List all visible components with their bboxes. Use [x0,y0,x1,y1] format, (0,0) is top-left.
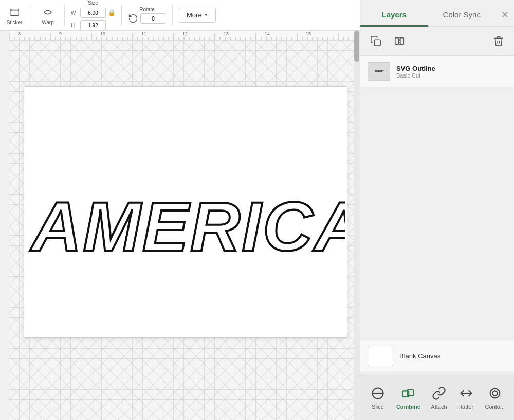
layer-thumb-text: AMERIC [374,70,383,73]
american-text: AMERICAN [30,188,345,265]
panel-toolbar [360,27,514,56]
panel-tabs: Layers Color Sync ✕ [360,0,514,27]
panel-close-icon[interactable]: ✕ [495,9,514,26]
vertical-scrollbar[interactable] [354,31,360,420]
contour-button[interactable]: Conto... [480,381,510,414]
height-row: H [71,20,115,30]
svg-point-13 [492,391,497,395]
rotate-label: Rotate [139,7,154,12]
attach-icon [431,385,447,402]
flatten-button[interactable]: Flatten [452,381,480,414]
sticker-icon[interactable] [7,5,22,20]
layer-item[interactable]: AMERIC SVG Outline Basic Cut [360,56,514,87]
layer-info: SVG Outline Basic Cut [396,65,507,79]
flatten-label: Flatten [457,404,475,410]
combine-button[interactable]: Combine [391,381,426,414]
width-row: W 🔒 [71,7,115,19]
attach-button[interactable]: Attach [426,381,452,414]
american-svg: AMERICAN [26,148,345,276]
sticker-section: Sticker [4,5,25,25]
svg-point-12 [490,388,500,398]
flatten-icon [458,385,474,402]
contour-label: Conto... [485,404,505,410]
lock-icon[interactable]: 🔒 [108,7,115,19]
delete-button[interactable] [489,32,508,50]
tab-layers[interactable]: Layers [360,4,428,27]
size-label: Size [88,0,98,6]
height-input[interactable] [80,20,106,30]
slice-button[interactable]: Slice [364,381,391,414]
blank-canvas-label: Blank Canvas [399,352,440,360]
svg-rect-0 [10,9,19,16]
layer-name: SVG Outline [396,65,507,72]
warp-icon[interactable] [41,5,55,20]
combine-label: Combine [396,404,420,410]
combine-icon [400,385,416,402]
rotate-input[interactable] [140,13,166,24]
divider-2 [64,5,65,26]
width-input[interactable] [80,8,106,18]
scrollbar-thumb[interactable] [354,31,359,62]
svg-rect-5 [400,38,403,45]
rotate-section: Rotate [128,7,166,24]
layer-thumbnail: AMERIC [368,62,390,81]
ruler-horizontal [9,31,354,40]
divider-3 [121,5,122,26]
rotate-icon [128,13,138,24]
w-label: W [71,10,78,16]
size-section: Size W 🔒 H [71,0,115,30]
divider-1 [31,5,31,26]
svg-rect-3 [374,40,380,46]
svg-rect-4 [395,38,398,45]
attach-label: Attach [431,404,447,410]
slice-icon [370,385,386,402]
h-label: H [71,23,78,28]
contour-icon [487,385,503,402]
tab-color-sync[interactable]: Color Sync [428,4,496,27]
warp-label: Warp [42,20,54,25]
divider-4 [172,5,173,26]
more-button[interactable]: More [179,8,216,23]
warp-section: Warp [38,5,58,25]
blank-canvas-item[interactable]: Blank Canvas [360,340,514,371]
slice-label: Slice [372,404,384,410]
duplicate-button[interactable] [366,32,385,50]
blank-canvas-thumbnail [368,346,393,366]
sticker-label: Sticker [7,20,23,25]
layer-type: Basic Cut [396,72,507,79]
canvas-area[interactable]: AMERICAN [9,40,354,420]
bottom-actions: Slice Combine Attach [360,374,514,420]
mirror-button[interactable] [390,32,409,50]
size-inputs: W 🔒 H [71,7,115,30]
right-panel: Layers Color Sync ✕ [360,0,514,420]
work-canvas: AMERICAN [24,86,347,338]
